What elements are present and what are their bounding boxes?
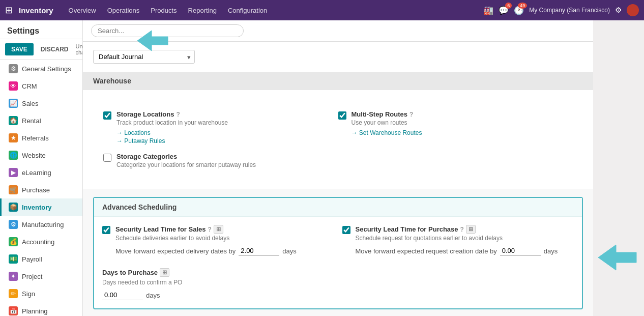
sidebar-purchase-icon: 🛒 <box>9 185 18 194</box>
sidebar-manufacturing-icon: ⚙ <box>9 220 18 229</box>
advanced-scheduling-grid: Security Lead Time for Sales ? ⊞ Schedul… <box>102 225 574 300</box>
days-to-purchase-desc: Days needed to confirm a PO <box>102 279 334 286</box>
sidebar-elearning-icon: ▶ <box>9 168 18 177</box>
security-lead-sales-container: Security Lead Time for Sales ? ⊞ Schedul… <box>102 225 334 300</box>
unsaved-changes-text: Unsaved changes <box>75 43 83 55</box>
warehouse-section-body: Storage Locations ? Track product locati… <box>83 90 593 189</box>
app-name: Inventory <box>19 6 53 15</box>
sidebar-rental-label: Rental <box>22 117 41 125</box>
settings-content: Default Journal ▾ Warehouse Storage Loca… <box>83 42 593 309</box>
storage-categories-desc: Categorize your locations for smarter pu… <box>116 161 338 168</box>
sidebar-item-sales[interactable]: 📈Sales <box>0 95 82 112</box>
storage-locations-links: Locations Putaway Rules <box>116 129 338 145</box>
nav-overview[interactable]: Overview <box>65 5 100 16</box>
security-lead-sales-checkbox[interactable] <box>102 226 110 234</box>
multi-step-routes-desc: Use your own routes <box>352 119 573 126</box>
sidebar-project-label: Project <box>22 273 42 280</box>
clock-icon[interactable]: 🕐 49 <box>514 6 524 15</box>
putaway-rules-link[interactable]: Putaway Rules <box>116 137 338 145</box>
sidebar-item-project[interactable]: ✦Project <box>0 268 82 285</box>
svg-marker-0 <box>598 245 636 270</box>
multi-step-help-icon[interactable]: ? <box>409 111 413 118</box>
discard-button[interactable]: DISCARD <box>37 43 73 55</box>
nav-configuration[interactable]: Configuration <box>224 5 271 16</box>
sidebar-crm-label: CRM <box>22 82 37 90</box>
warehouse-routes-link[interactable]: Set Warehouse Routes <box>352 129 573 136</box>
warehouse-section-header: Warehouse <box>83 72 593 90</box>
storage-locations-checkbox[interactable] <box>103 111 111 120</box>
sidebar-planning-icon: 📅 <box>9 306 18 315</box>
sidebar-item-accounting[interactable]: 💰Accounting <box>0 233 82 250</box>
sidebar-general-label: General Settings <box>22 65 71 73</box>
sidebar: Settings SAVE DISCARD Unsaved changes ⚙G… <box>0 20 83 316</box>
messages-badge: 6 <box>505 3 512 9</box>
sidebar-sales-label: Sales <box>22 100 39 107</box>
storage-locations-item: Storage Locations ? Track product locati… <box>103 106 338 149</box>
advanced-scheduling-body: Security Lead Time for Sales ? ⊞ Schedul… <box>94 217 582 308</box>
sidebar-item-general[interactable]: ⚙General Settings <box>0 60 82 77</box>
sidebar-item-payroll[interactable]: 💵Payroll <box>0 250 82 268</box>
warehouse-icon[interactable]: 🏭 <box>483 6 493 15</box>
days-to-purchase-table-icon[interactable]: ⊞ <box>160 268 169 277</box>
security-lead-sales-title: Security Lead Time for Sales ? ⊞ <box>115 225 334 234</box>
svg-marker-1 <box>137 31 168 51</box>
nav-operations[interactable]: Operations <box>103 5 144 16</box>
sidebar-item-planning[interactable]: 📅Planning <box>0 302 82 316</box>
security-lead-sales-item: Security Lead Time for Sales ? ⊞ Schedul… <box>102 225 334 256</box>
sidebar-item-purchase[interactable]: 🛒Purchase <box>0 181 82 198</box>
security-lead-purchase-info: Security Lead Time for Purchase ? ⊞ Sche… <box>356 225 574 256</box>
sidebar-website-icon: 🌐 <box>9 151 18 160</box>
security-lead-purchase-help-icon[interactable]: ? <box>460 226 464 233</box>
messages-icon[interactable]: 💬 6 <box>499 6 509 15</box>
security-lead-sales-help-icon[interactable]: ? <box>208 226 212 233</box>
security-lead-purchase-checkbox[interactable] <box>342 226 350 234</box>
security-lead-sales-desc: Schedule deliveries earlier to avoid del… <box>115 235 334 242</box>
security-lead-purchase-input[interactable] <box>500 246 541 256</box>
user-avatar[interactable] <box>627 4 639 16</box>
sidebar-website-label: Website <box>22 152 46 159</box>
storage-categories-item: Storage Categories Categorize your locat… <box>103 149 338 173</box>
top-icons: 🏭 💬 6 🕐 49 My Company (San Francisco) ⚙ <box>483 4 639 16</box>
advanced-scheduling-header: Advanced Scheduling <box>94 198 582 217</box>
app-grid-icon[interactable]: ⊞ <box>5 5 13 16</box>
advanced-scheduling-section: Advanced Scheduling Security Lead Time f… <box>93 197 583 309</box>
sidebar-item-sign[interactable]: ✏Sign <box>0 285 82 302</box>
sidebar-planning-label: Planning <box>22 307 48 315</box>
sidebar-item-referrals[interactable]: ★Referrals <box>0 129 82 147</box>
security-lead-purchase-table-icon[interactable]: ⊞ <box>466 225 476 234</box>
storage-locations-title: Storage Locations ? <box>116 110 338 118</box>
save-button[interactable]: SAVE <box>5 43 34 55</box>
sidebar-sign-label: Sign <box>22 290 35 298</box>
sidebar-inventory-icon: 📦 <box>9 203 18 212</box>
sidebar-item-rental[interactable]: 🏠Rental <box>0 112 82 129</box>
big-left-arrow-icon <box>598 242 639 273</box>
days-to-purchase-input[interactable] <box>102 290 143 300</box>
settings-gear-icon[interactable]: ⚙ <box>615 6 622 15</box>
sidebar-item-manufacturing[interactable]: ⚙Manufacturing <box>0 216 82 233</box>
small-left-arrow-icon <box>137 28 170 53</box>
small-arrow-container <box>137 28 170 55</box>
storage-locations-info: Storage Locations ? Track product locati… <box>116 110 338 145</box>
sidebar-sign-icon: ✏ <box>9 289 18 298</box>
multi-step-routes-item: Multi-Step Routes ? Use your own routes … <box>338 106 573 149</box>
sidebar-item-crm[interactable]: 👁CRM <box>0 77 82 95</box>
clock-badge: 49 <box>518 3 527 9</box>
sidebar-general-icon: ⚙ <box>9 64 18 73</box>
warehouse-grid: Storage Locations ? Track product locati… <box>93 98 583 181</box>
storage-locations-help-icon[interactable]: ? <box>176 111 180 118</box>
nav-reporting[interactable]: Reporting <box>184 5 221 16</box>
multi-step-routes-checkbox[interactable] <box>338 111 346 120</box>
sidebar-purchase-label: Purchase <box>22 186 50 194</box>
security-lead-sales-table-icon[interactable]: ⊞ <box>214 225 223 234</box>
security-lead-sales-input[interactable] <box>239 246 279 256</box>
nav-products[interactable]: Products <box>147 5 181 16</box>
sidebar-item-website[interactable]: 🌐Website <box>0 147 82 164</box>
storage-categories-checkbox[interactable] <box>103 154 111 162</box>
sidebar-item-inventory[interactable]: 📦Inventory <box>0 198 82 216</box>
decorative-arrow-container <box>593 20 644 316</box>
security-lead-sales-info: Security Lead Time for Sales ? ⊞ Schedul… <box>115 225 334 256</box>
security-lead-purchase-title: Security Lead Time for Purchase ? ⊞ <box>356 225 574 234</box>
sidebar-referrals-icon: ★ <box>9 133 18 142</box>
sidebar-item-elearning[interactable]: ▶eLearning <box>0 164 82 181</box>
locations-link[interactable]: Locations <box>116 129 338 136</box>
